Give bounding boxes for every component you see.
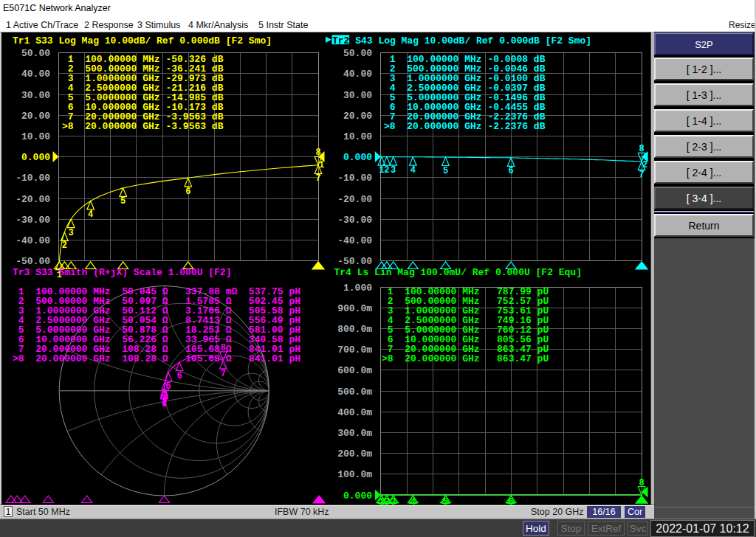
svg-text:6: 6 (185, 187, 190, 197)
svg-text:-50.00: -50.00 (16, 256, 50, 267)
svg-text:>8 20.000000 GHz 108.28 Ω: >8 20.000000 GHz 108.28 Ω 105.68 Ω 841.0… (13, 353, 300, 364)
svg-text:40.00: 40.00 (343, 69, 372, 80)
svg-text:20.00: 20.00 (21, 111, 50, 122)
svg-text:4: 4 (88, 209, 93, 220)
svg-text:3: 3 (69, 228, 74, 238)
svg-text:Tr4 Ls Lin Mag 100.0mU/ Ref 0.: Tr4 Ls Lin Mag 100.0mU/ Ref 0.000U [F2 E… (334, 267, 582, 278)
svg-text:0.000: 0.000 (21, 152, 50, 163)
svg-text:30.00: 30.00 (21, 90, 50, 101)
svg-text:-30.00: -30.00 (16, 215, 50, 226)
svg-text:500.0m: 500.0m (337, 387, 372, 398)
svg-text:-40.00: -40.00 (16, 235, 50, 246)
svg-text:700.0m: 700.0m (337, 344, 372, 356)
svg-text:Tr2: Tr2 (332, 35, 350, 46)
svg-text:20.00: 20.00 (343, 111, 372, 122)
svg-text:-30.00: -30.00 (337, 215, 372, 226)
svg-text:Tr3 S33 Smith (R+jX) Scale 1.0: Tr3 S33 Smith (R+jX) Scale 1.000U [F2] (13, 267, 231, 278)
svg-text:4: 4 (162, 390, 168, 401)
svg-text:1.000: 1.000 (343, 283, 372, 294)
svg-text:200.0m: 200.0m (337, 448, 372, 460)
svg-text:S43 Log Mag 10.00dB/ Ref 0.000: S43 Log Mag 10.00dB/ Ref 0.000dB [F2 Smo… (349, 35, 591, 46)
svg-text:50.00: 50.00 (21, 48, 50, 59)
svg-text:900.0m: 900.0m (337, 303, 372, 314)
svg-text:5: 5 (120, 196, 126, 207)
svg-text:8: 8 (639, 478, 644, 488)
svg-text:-40.00: -40.00 (337, 235, 372, 246)
svg-text:3: 3 (391, 165, 396, 176)
svg-text:-20.00: -20.00 (16, 194, 50, 205)
svg-text:1: 1 (319, 160, 324, 170)
svg-text:2: 2 (642, 160, 647, 170)
svg-text:-20.00: -20.00 (337, 194, 372, 205)
svg-text:10.00: 10.00 (21, 131, 50, 142)
svg-text:30.00: 30.00 (343, 90, 372, 101)
svg-text:100.0m: 100.0m (337, 469, 372, 480)
svg-text:4: 4 (410, 165, 416, 176)
svg-text:-10.00: -10.00 (337, 173, 372, 184)
svg-text:600.0m: 600.0m (337, 365, 372, 376)
svg-text:>8 20.000000 GHz -3.9563 dB: >8 20.000000 GHz -3.9563 dB (62, 121, 224, 132)
svg-text:2: 2 (62, 240, 67, 251)
svg-text:6: 6 (508, 166, 513, 176)
svg-text:10.00: 10.00 (343, 131, 372, 142)
svg-text:0.000: 0.000 (343, 491, 372, 502)
svg-text:7: 7 (315, 173, 320, 184)
svg-text:Tr1 S33 Log Mag 10.00dB/ Ref 0: Tr1 S33 Log Mag 10.00dB/ Ref 0.000dB [F2… (13, 35, 272, 46)
svg-text:300.0m: 300.0m (337, 428, 372, 439)
svg-text:400.0m: 400.0m (337, 407, 372, 418)
svg-text:40.00: 40.00 (21, 69, 50, 80)
svg-text:0.000: 0.000 (343, 152, 372, 163)
svg-text:2: 2 (384, 165, 389, 176)
svg-text:-50.00: -50.00 (337, 256, 372, 267)
svg-text:6: 6 (176, 371, 182, 381)
svg-text:800.0m: 800.0m (337, 324, 372, 335)
svg-text:5: 5 (165, 381, 171, 392)
svg-text:8: 8 (639, 144, 644, 154)
svg-text:-10.00: -10.00 (16, 173, 50, 184)
svg-text:7: 7 (221, 369, 226, 379)
svg-text:>8 20.000000 GHz 863.47 pU: >8 20.000000 GHz 863.47 pU (382, 353, 549, 364)
svg-text:50.00: 50.00 (343, 48, 372, 59)
svg-text:>8 20.000000 GHz -2.2376 dB: >8 20.000000 GHz -2.2376 dB (384, 121, 546, 132)
svg-text:7: 7 (639, 170, 644, 180)
svg-text:5: 5 (443, 166, 448, 176)
